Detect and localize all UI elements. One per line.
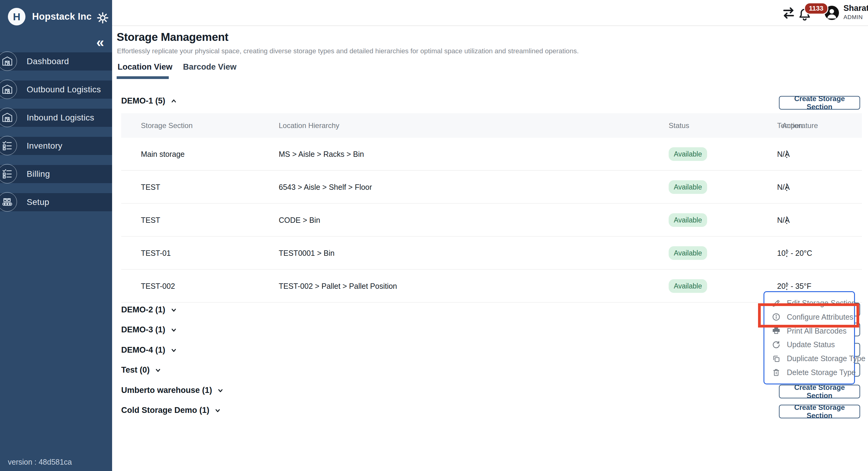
sidebar-item-label: Inbound Logistics [27, 113, 94, 123]
checklist-icon [0, 164, 17, 183]
row-actions-kebab-icon[interactable]: ⋮ [782, 149, 792, 159]
storage-section-name: TEST [141, 215, 160, 224]
location-hierarchy: MS > Aisle > Racks > Bin [279, 149, 364, 158]
section-header-umberto-warehouse[interactable]: Umberto warehouse (1) [121, 385, 224, 395]
menu-item-label: Print All Barcodes [787, 327, 846, 335]
chevron-down-icon [170, 326, 178, 334]
sidebar-item-label: Outbound Logistics [27, 85, 101, 95]
location-hierarchy: TEST0001 > Bin [279, 248, 335, 257]
section-name: DEMO-1 (5) [121, 96, 165, 106]
sidebar-item-label: Inventory [27, 141, 62, 151]
notification-count-badge[interactable]: 1133 [804, 2, 828, 14]
menu-item-update-status[interactable]: Update Status [764, 340, 854, 349]
page-title: Storage Management [117, 31, 228, 43]
pencil-icon [772, 299, 781, 308]
sidebar-item-inbound-logistics[interactable]: Inbound Logistics [0, 109, 112, 127]
printer-icon [772, 326, 781, 335]
location-hierarchy: 6543 > Aisle > Shelf > Floor [279, 182, 372, 191]
hopstack-logo-icon: H [8, 8, 26, 26]
section-header-test[interactable]: Test (0) [121, 365, 162, 375]
chevron-down-icon [170, 346, 178, 354]
topbar: 1133 Sharath ADMIN [112, 0, 868, 26]
sidebar-item-dashboard[interactable]: Dashboard [0, 53, 112, 70]
create-storage-section-button[interactable]: Create Storage Section [779, 405, 860, 418]
tab-location-view[interactable]: Location View [118, 62, 173, 72]
trash-icon [772, 368, 781, 377]
chevron-down-icon [214, 406, 222, 414]
sidebar-item-label: Dashboard [27, 57, 69, 66]
status-badge: Available [669, 279, 707, 293]
status-badge: Available [669, 213, 707, 227]
user-name[interactable]: Sharath [843, 4, 868, 13]
sidebar-item-outbound-logistics[interactable]: Outbound Logistics [0, 80, 112, 99]
row-actions-kebab-icon[interactable]: ⋮ [782, 281, 792, 291]
sidebar: H Hopstack Inc « Dashboard [0, 0, 112, 471]
storage-sections-table: Storage Section Location Hierarchy Statu… [121, 113, 862, 303]
sidebar-item-billing[interactable]: Billing [0, 165, 112, 183]
column-header: Status [669, 122, 689, 130]
create-storage-section-button[interactable]: Create Storage Section [779, 96, 860, 109]
chevron-up-icon [170, 97, 178, 105]
table-header-row: Storage Section Location Hierarchy Statu… [121, 113, 862, 138]
column-header: Action [782, 122, 803, 130]
section-header-demo-4[interactable]: DEMO-4 (1) [121, 345, 178, 355]
menu-item-label: Configure Attributes [787, 313, 854, 322]
brand: H Hopstack Inc [8, 8, 92, 26]
section-name: Umberto warehouse (1) [121, 385, 212, 395]
gear-icon[interactable] [96, 11, 109, 24]
user-role: ADMIN [843, 14, 863, 21]
page-subtitle: Effortlessly replicate your physical spa… [117, 47, 579, 55]
menu-item-label: Duplicate Storage Type [787, 354, 865, 363]
warehouse-icon [0, 108, 17, 127]
section-name: DEMO-2 (1) [121, 305, 165, 314]
status-badge: Available [669, 246, 707, 260]
section-header-demo-2[interactable]: DEMO-2 (1) [121, 305, 178, 314]
checklist-icon [0, 136, 17, 155]
conveyor-icon [0, 192, 17, 211]
table-row: TEST 6543 > Aisle > Shelf > Floor Availa… [121, 170, 862, 203]
sidebar-collapse-icon[interactable]: « [96, 35, 104, 49]
info-icon [772, 312, 781, 322]
menu-item-delete-storage-type[interactable]: Delete Storage Type [764, 368, 854, 377]
row-actions-kebab-icon[interactable]: ⋮ [782, 215, 792, 225]
sidebar-item-label: Setup [27, 197, 50, 207]
row-actions-kebab-icon[interactable]: ⋮ [782, 182, 792, 192]
sidebar-item-label: Billing [27, 169, 50, 179]
menu-item-print-all-barcodes[interactable]: Print All Barcodes [764, 326, 854, 335]
table-row: TEST CODE > Bin Available N/A ⋮ [121, 203, 862, 236]
status-badge: Available [669, 147, 707, 161]
sync-icon [772, 340, 781, 349]
menu-item-configure-attributes[interactable]: Configure Attributes [764, 312, 854, 322]
menu-item-label: Update Status [787, 340, 835, 349]
warehouse-icon [0, 52, 17, 71]
section-name: DEMO-4 (1) [121, 345, 165, 355]
section-name: DEMO-3 (1) [121, 325, 165, 335]
tab-barcode-view[interactable]: Barcode View [183, 62, 237, 72]
create-storage-section-button[interactable]: Create Storage Section [779, 385, 860, 398]
status-badge: Available [669, 180, 707, 194]
menu-item-label: Edit Storage Section [787, 299, 856, 307]
table-row: TEST-01 TEST0001 > Bin Available 10° - 2… [121, 236, 862, 269]
column-header: Location Hierarchy [279, 122, 339, 130]
sidebar-item-inventory[interactable]: Inventory [0, 137, 112, 155]
app-version: version : 48d581ca [8, 458, 72, 467]
menu-item-duplicate-storage-type[interactable]: Duplicate Storage Type [764, 354, 854, 363]
location-hierarchy: CODE > Bin [279, 215, 320, 224]
duplicate-icon [772, 354, 781, 363]
switch-warehouse-icon[interactable] [782, 6, 796, 20]
menu-item-label: Delete Storage Type [787, 368, 856, 377]
storage-section-name: TEST-002 [141, 281, 175, 290]
active-tab-underline [117, 76, 169, 79]
section-name: Test (0) [121, 365, 150, 375]
section-header-cold-storage-demo[interactable]: Cold Storage Demo (1) [121, 406, 222, 415]
sidebar-item-setup[interactable]: Setup [0, 193, 112, 211]
chevron-down-icon [170, 306, 178, 314]
row-actions-context-menu: Edit Storage Section Configure Attribute… [764, 291, 855, 384]
section-header-demo-1[interactable]: DEMO-1 (5) [121, 96, 178, 106]
chevron-down-icon [154, 366, 162, 374]
storage-section-name: TEST [141, 182, 160, 191]
section-header-demo-3[interactable]: DEMO-3 (1) [121, 325, 178, 335]
column-header: Storage Section [141, 122, 193, 130]
row-actions-kebab-icon[interactable]: ⋮ [782, 248, 792, 258]
menu-item-edit-storage-section[interactable]: Edit Storage Section [764, 299, 854, 308]
